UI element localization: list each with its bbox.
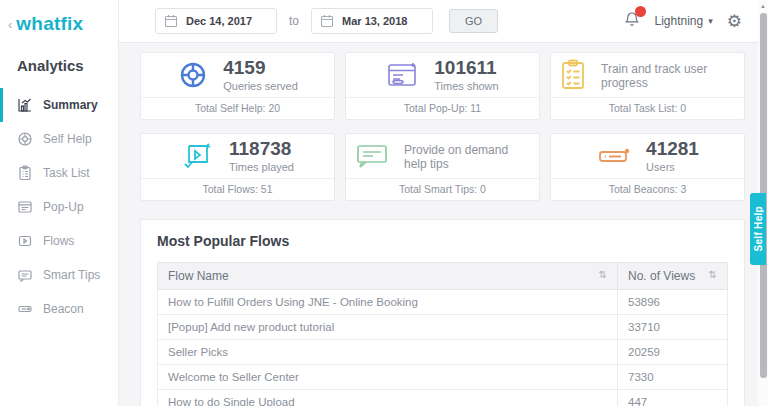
sidebar-item-smart-tips[interactable]: Smart Tips (0, 258, 118, 292)
popup-window-icon (386, 60, 420, 90)
beacon-pill-icon (17, 301, 33, 317)
date-to-input[interactable]: Mar 13, 2018 (311, 8, 433, 34)
date-from-value: Dec 14, 2017 (186, 15, 252, 27)
sidebar: ‹ whatfix Analytics Summary Self Help Ta… (0, 0, 119, 406)
stat-footer: Total Pop-Up: 11 (346, 97, 539, 119)
sidebar-item-label: Smart Tips (43, 268, 100, 282)
table-row[interactable]: [Popup] Add new product tutorial 33710 (158, 315, 728, 340)
flow-name-cell: Welcome to Seller Center (158, 365, 618, 390)
stat-card-flows: 118738 Times played Total Flows: 51 (140, 133, 335, 201)
views-cell: 7330 (618, 365, 728, 390)
stat-label: Queries served (223, 80, 298, 92)
views-cell: 447 (618, 390, 728, 406)
window-icon (17, 199, 33, 215)
stat-card-task-list: Train and track user progress Total Task… (550, 52, 745, 120)
sidebar-item-label: Pop-Up (43, 200, 84, 214)
stat-card-pop-up: 101611 Times shown Total Pop-Up: 11 (345, 52, 540, 120)
stat-footer: Total Self Help: 20 (141, 97, 334, 119)
smart-tip-bubble-icon (354, 142, 390, 170)
date-range-to-label: to (289, 14, 299, 28)
calendar-icon (164, 14, 178, 28)
flow-name-cell: Seller Picks (158, 340, 618, 365)
self-help-widget-tab[interactable]: Self Help (750, 193, 766, 265)
sidebar-item-beacon[interactable]: Beacon (0, 292, 118, 326)
topbar-right: Lightning ▾ ⚙ (623, 10, 743, 32)
logo-row: ‹ whatfix (0, 0, 118, 47)
stat-label: Provide on demand help tips (404, 143, 531, 171)
flow-name-cell: How to do Single Upload (158, 390, 618, 406)
clipboard-list-icon (17, 165, 33, 181)
stat-card-smart-tips: Provide on demand help tips Total Smart … (345, 133, 540, 201)
table-row[interactable]: Seller Picks 20259 (158, 340, 728, 365)
sidebar-item-label: Task List (43, 166, 90, 180)
sidebar-item-label: Summary (43, 98, 98, 112)
account-name: Lightning (655, 14, 704, 28)
message-bubble-icon (17, 267, 33, 283)
stat-label: Times played (229, 161, 294, 173)
sidebar-item-flows[interactable]: Flows (0, 224, 118, 258)
stat-label: Users (646, 161, 699, 173)
main-content: 4159 Queries served Total Self Help: 20 … (119, 43, 768, 406)
sidebar-item-pop-up[interactable]: Pop-Up (0, 190, 118, 224)
stat-footer: Total Beacons: 3 (551, 178, 744, 200)
flow-name-cell: [Popup] Add new product tutorial (158, 315, 618, 340)
lifebuoy-icon (177, 59, 209, 91)
notification-badge (635, 6, 646, 17)
clipboard-checklist-icon (559, 59, 587, 91)
stat-value: 101611 (434, 58, 498, 79)
stat-cards-grid: 4159 Queries served Total Self Help: 20 … (140, 52, 745, 201)
flow-name-cell: How to Fulfill Orders Using JNE - Online… (158, 290, 618, 315)
stat-value: 41281 (646, 139, 699, 160)
sort-icon[interactable]: ⇅ (709, 269, 717, 280)
go-button[interactable]: GO (449, 9, 498, 33)
sidebar-item-self-help[interactable]: Self Help (0, 122, 118, 156)
table-row[interactable]: How to do Single Upload 447 (158, 390, 728, 406)
stat-footer: Total Task List: 0 (551, 97, 744, 119)
account-dropdown[interactable]: Lightning ▾ (655, 14, 713, 28)
beacon-icon (596, 143, 632, 169)
settings-gear-icon[interactable]: ⚙ (727, 13, 742, 30)
calendar-icon (320, 14, 334, 28)
stat-card-beacon: 41281 Users Total Beacons: 3 (550, 133, 745, 201)
sidebar-item-label: Self Help (43, 132, 92, 146)
play-bubble-icon (17, 233, 33, 249)
views-cell: 20259 (618, 340, 728, 365)
topbar: Dec 14, 2017 to Mar 13, 2018 GO Lightnin… (119, 0, 768, 43)
chevron-down-icon: ▾ (708, 16, 713, 26)
lifebuoy-icon (17, 131, 33, 147)
sidebar-item-label: Beacon (43, 302, 84, 316)
scrollbar-up-arrow-icon[interactable]: ▲ (758, 0, 768, 9)
stat-label: Train and track user progress (601, 62, 736, 90)
sidebar-item-summary[interactable]: Summary (0, 88, 118, 122)
panel-title: Most Popular Flows (157, 233, 728, 249)
sidebar-item-task-list[interactable]: Task List (0, 156, 118, 190)
sidebar-item-label: Flows (43, 234, 74, 248)
stat-value: 4159 (223, 58, 298, 79)
self-help-tab-label: Self Help (753, 206, 764, 252)
views-cell: 53896 (618, 290, 728, 315)
date-from-input[interactable]: Dec 14, 2017 (155, 8, 277, 34)
sort-icon[interactable]: ⇅ (599, 269, 607, 280)
stat-footer: Total Smart Tips: 0 (346, 178, 539, 200)
flow-play-icon (181, 140, 215, 172)
stat-card-self-help: 4159 Queries served Total Self Help: 20 (140, 52, 335, 120)
stat-footer: Total Flows: 51 (141, 178, 334, 200)
whatfix-logo[interactable]: whatfix (16, 13, 83, 35)
stat-value: 118738 (229, 139, 294, 160)
date-to-value: Mar 13, 2018 (342, 15, 407, 27)
column-header-no-of-views[interactable]: No. of Views ⇅ (618, 263, 728, 290)
column-header-flow-name[interactable]: Flow Name ⇅ (158, 263, 618, 290)
table-row[interactable]: How to Fulfill Orders Using JNE - Online… (158, 290, 728, 315)
flows-table: Flow Name ⇅ No. of Views ⇅ How to Fulfil… (157, 262, 728, 406)
most-popular-flows-panel: Most Popular Flows Flow Name ⇅ No. of Vi… (140, 219, 745, 406)
table-row[interactable]: Welcome to Seller Center 7330 (158, 365, 728, 390)
collapse-sidebar-icon[interactable]: ‹ (8, 17, 12, 32)
stat-label: Times shown (434, 80, 498, 92)
notifications-bell-icon[interactable] (623, 10, 641, 32)
bar-chart-icon (17, 97, 33, 113)
views-cell: 33710 (618, 315, 728, 340)
analytics-section-title: Analytics (0, 47, 118, 88)
